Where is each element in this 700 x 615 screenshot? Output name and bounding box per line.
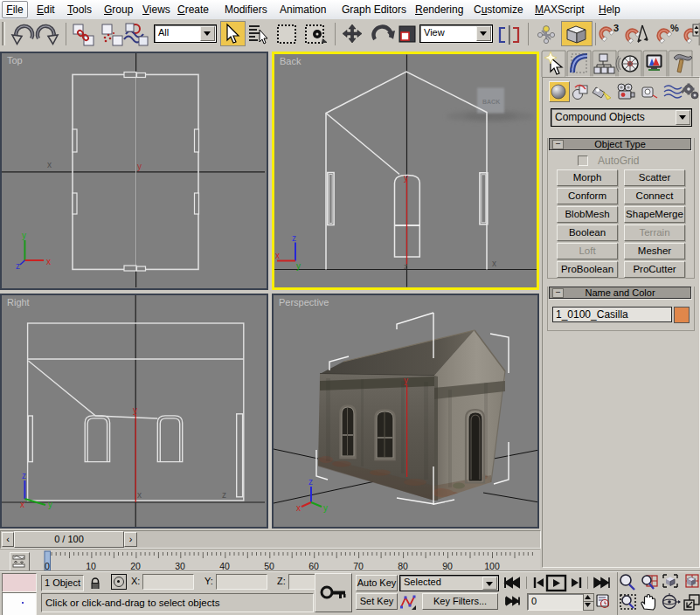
svg-text:x: x	[275, 251, 280, 260]
svg-text:y: y	[22, 231, 26, 240]
svg-text:z: z	[404, 262, 408, 271]
svg-text:x: x	[20, 500, 24, 509]
svg-text:y: y	[137, 162, 142, 171]
svg-text:y: y	[48, 500, 52, 509]
svg-text:z: z	[22, 471, 26, 480]
svg-text:x: x	[296, 503, 301, 513]
svg-text:y: y	[133, 405, 137, 415]
svg-text:x: x	[492, 259, 496, 268]
svg-text:%: %	[670, 23, 679, 33]
svg-text:y: y	[404, 376, 408, 385]
svg-text:3: 3	[613, 23, 619, 33]
svg-text:BACK: BACK	[482, 99, 500, 105]
svg-text:z: z	[16, 261, 20, 271]
svg-text:z: z	[222, 490, 226, 500]
svg-text:x: x	[137, 490, 142, 500]
svg-text:y: y	[296, 261, 301, 271]
svg-text:y: y	[323, 503, 328, 513]
svg-text:z: z	[308, 477, 313, 487]
svg-text:x: x	[46, 257, 51, 266]
svg-text:x: x	[47, 160, 52, 169]
svg-text:y: y	[404, 173, 408, 183]
svg-text:z: z	[292, 233, 296, 243]
